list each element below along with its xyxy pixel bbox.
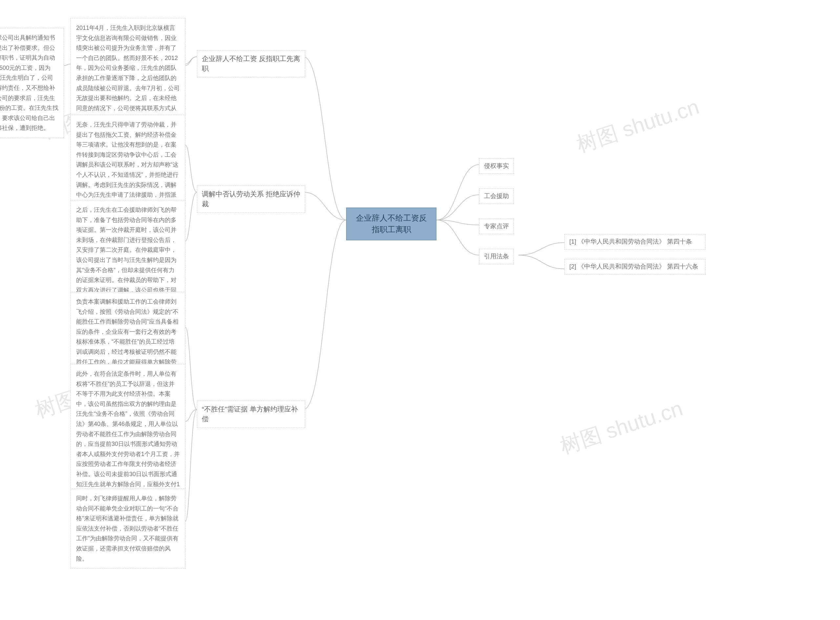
section1-heading-text: 企业辞人不给工资 反指职工先离职 xyxy=(202,55,300,72)
right-item-1-label: 侵权事实 xyxy=(484,162,509,169)
section1-detail-b[interactable]: 为此，汪先生要求公司出具解约通知书和离职证明，并提出了补偿要求。但公司却要求他填… xyxy=(0,28,64,138)
section3-detail-c[interactable]: 同时，刘飞律师提醒用人单位，解除劳动合同不能单凭企业对职工的一句“不合格”来证明… xyxy=(71,489,185,569)
citation-1[interactable]: [1] 《中华人民共和国劳动合同法》 第四十条 xyxy=(564,234,706,250)
right-item-4-label: 引用法条 xyxy=(484,253,509,260)
root-node[interactable]: 企业辞人不给工资反指职工离职 xyxy=(346,208,436,240)
citation-1-text: [1] 《中华人民共和国劳动合同法》 第四十条 xyxy=(569,238,692,245)
right-item-3-label: 专家点评 xyxy=(484,223,509,230)
section3-heading[interactable]: “不胜任”需证据 单方解约理应补偿 xyxy=(197,401,305,428)
section2-heading-text: 调解中否认劳动关系 拒绝应诉仲裁 xyxy=(202,190,300,208)
watermark: 树图 shutu.cn xyxy=(556,394,686,460)
right-item-2-label: 工会援助 xyxy=(484,193,509,199)
right-item-4[interactable]: 引用法条 xyxy=(479,249,514,264)
right-item-1[interactable]: 侵权事实 xyxy=(479,158,514,174)
right-item-2[interactable]: 工会援助 xyxy=(479,188,514,204)
right-item-3[interactable]: 专家点评 xyxy=(479,219,514,234)
section3-detail-b-text: 此外，在符合法定条件时，用人单位有权将“不胜任”的员工予以辞退，但这并不等于不用… xyxy=(76,370,180,507)
section1-heading[interactable]: 企业辞人不给工资 反指职工先离职 xyxy=(197,50,305,77)
citation-2[interactable]: [2] 《中华人民共和国劳动合同法》 第四十六条 xyxy=(564,259,706,274)
mindmap-canvas: 树图 shutu.cn 树图 shutu.cn 树图 shutu.cn 树图 s… xyxy=(0,0,840,620)
root-title: 企业辞人不给工资反指职工离职 xyxy=(356,214,427,234)
watermark: 树图 shutu.cn xyxy=(573,92,703,159)
citation-2-text: [2] 《中华人民共和国劳动合同法》 第四十六条 xyxy=(569,263,698,270)
section2-heading[interactable]: 调解中否认劳动关系 拒绝应诉仲裁 xyxy=(197,185,305,213)
section1-detail-b-text: 为此，汪先生要求公司出具解约通知书和离职证明，并提出了补偿要求。但公司却要求他填… xyxy=(0,35,59,131)
section3-heading-text: “不胜任”需证据 单方解约理应补偿 xyxy=(202,405,298,423)
section3-detail-c-text: 同时，刘飞律师提醒用人单位，解除劳动合同不能单凭企业对职工的一句“不合格”来证明… xyxy=(76,495,178,562)
